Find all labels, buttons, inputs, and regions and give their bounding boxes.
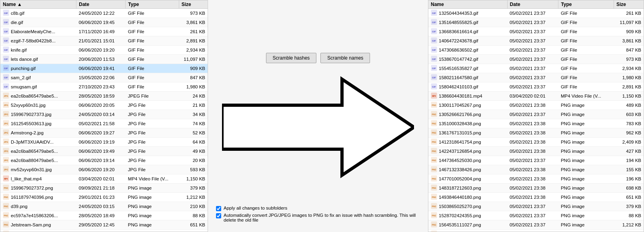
right-col-name[interactable]: Name <box>428 0 507 9</box>
table-row[interactable]: PNGkids-are-cruel-jack-...24/05/2020 03:… <box>0 230 208 232</box>
table-row[interactable]: PNG1599679027372.png09/09/2021 21:18PNG … <box>0 184 208 193</box>
table-row[interactable]: PNG1574374358414.png05/02/2021 23:38PNG … <box>428 230 644 232</box>
table-row[interactable]: PNG1477010052004.png05/02/2021 23:38PNG … <box>428 174 644 184</box>
jpg-icon: JPG <box>3 129 9 136</box>
gif-icon: GIF <box>431 10 437 17</box>
table-row[interactable]: GIF1406472243678.gif05/02/2021 23:37GIF … <box>428 36 644 46</box>
table-row[interactable]: GIFc8b.gif24/05/2020 12:22GIF File973 KB <box>0 9 208 18</box>
file-date: 05/02/2021 23:37 <box>507 211 558 220</box>
file-name: 1467132338426.png <box>439 167 481 172</box>
file-size: 1,212 KB <box>179 193 208 202</box>
table-row[interactable]: PNG1483187212603.png05/02/2021 23:38PNG … <box>428 184 644 193</box>
right-col-size[interactable]: Size <box>614 0 644 9</box>
table-row[interactable]: GIFElaborateMeatyChe...17/11/2020 16:49G… <box>0 27 208 36</box>
table-row[interactable]: PNG1528702424355.png05/02/2021 23:37PNG … <box>428 211 644 220</box>
table-row[interactable]: PNG1412318641754.png05/02/2021 23:38PNG … <box>428 138 644 147</box>
png-icon: PNG <box>431 120 437 127</box>
table-row[interactable]: GIF1554516535827.gif05/02/2021 23:37GIF … <box>428 64 644 73</box>
table-row[interactable]: GIFpunching.gif06/06/2020 19:41GIF File9… <box>0 64 208 73</box>
gif-icon: GIF <box>3 10 9 17</box>
table-row[interactable]: JPGArmstrong-2.jpg06/06/2020 19:27JPG Fi… <box>0 128 208 138</box>
table-row[interactable]: PNG1447364525030.png05/02/2021 23:37PNG … <box>428 156 644 165</box>
table-row[interactable]: JPG52xyvp60n31.jpg06/06/2020 20:05JPG Fi… <box>0 101 208 110</box>
file-type: PNG image <box>126 230 179 232</box>
scramble-hashes-button[interactable]: Scramble hashes <box>266 53 317 63</box>
left-col-name[interactable]: Name ▲ <box>0 0 76 9</box>
table-row[interactable]: GIF1351648555825.gif05/02/2021 23:37GIF … <box>428 18 644 27</box>
file-size: 593 KB <box>179 165 208 174</box>
file-size: 3,861 KB <box>179 18 208 27</box>
table-row[interactable]: PNG1422437126854.png05/02/2021 23:38PNG … <box>428 147 644 156</box>
file-type: PNG image <box>126 184 179 193</box>
left-col-date[interactable]: Date <box>76 0 126 9</box>
table-row[interactable]: MP41386604430181.mp403/04/2020 02:01MP4 … <box>428 92 644 101</box>
file-date: 05/02/2021 23:38 <box>507 174 558 184</box>
table-row[interactable]: GIFlets dance.gif20/06/2020 11:53GIF Fil… <box>0 55 208 64</box>
table-row[interactable]: GIFsam_2.gif15/05/2020 22:06GIF File847 … <box>0 73 208 82</box>
left-col-type[interactable]: Type <box>126 0 179 9</box>
option-convert-row: Automatically convert JPG/JPEG images to… <box>216 213 420 222</box>
file-date: 20/06/2020 11:53 <box>76 55 126 64</box>
file-name: ElaborateMeatyChe... <box>11 29 55 34</box>
file-date: 05/02/2021 23:38 <box>507 165 558 174</box>
file-date: 06/06/2020 20:05 <box>76 101 126 110</box>
right-col-date[interactable]: Date <box>507 0 558 9</box>
table-row[interactable]: GIF1473068636502.gif05/02/2021 23:37GIF … <box>428 46 644 55</box>
table-row[interactable]: GIF1580211647580.gif05/02/2021 23:37GIF … <box>428 73 644 82</box>
table-row[interactable]: JPGmv52xyvp60n31.jpg06/06/2020 19:20JPG … <box>0 165 208 174</box>
table-row[interactable]: JPGea2c6ba880479abe5...06/06/2020 19:14J… <box>0 156 208 165</box>
table-row[interactable]: JPG1612545503613.jpg05/02/2021 21:58JPG … <box>0 119 208 128</box>
file-date: 24/05/2020 03:15 <box>76 202 126 211</box>
file-name: 1612545503613.jpg <box>11 121 52 126</box>
table-row[interactable]: PNGJetstream-Sam.png29/05/2020 12:45PNG … <box>0 220 208 230</box>
table-row[interactable]: PNG1611879740396.png29/01/2021 01:23PNG … <box>0 193 208 202</box>
file-type: JPEG File <box>126 92 179 101</box>
table-row[interactable]: GIF1580462410103.gif05/02/2021 23:37GIF … <box>428 82 644 92</box>
left-col-size[interactable]: Size <box>179 0 208 9</box>
convert-checkbox[interactable] <box>216 213 221 218</box>
svg-text:PNG: PNG <box>432 150 436 152</box>
table-row[interactable]: GIF1366836616614.gif05/02/2021 23:37GIF … <box>428 27 644 36</box>
scramble-names-button[interactable]: Scramble names <box>320 53 370 63</box>
table-row[interactable]: PNG1305266621766.png05/02/2021 23:37PNG … <box>428 110 644 119</box>
table-row[interactable]: MP4l_like_that.mp403/04/2020 02:01MP4 Vi… <box>0 174 208 184</box>
file-date: 24/05/2020 03:15 <box>76 230 126 232</box>
file-type: JPG File <box>126 128 179 138</box>
subfolders-checkbox[interactable] <box>216 206 221 211</box>
file-name: ea2c6ba865479abe5... <box>11 94 58 98</box>
table-row[interactable]: GIFknife.gif06/06/2020 19:20GIF File2,93… <box>0 46 208 55</box>
table-row[interactable]: GIFdie.gif06/06/2020 19:45GIF File3,861 … <box>0 18 208 27</box>
svg-text:JPG: JPG <box>4 132 8 134</box>
table-row[interactable]: PNGd39.png24/05/2020 03:15PNG image210 K… <box>0 202 208 211</box>
file-type: GIF File <box>558 55 614 64</box>
file-date: 17/11/2020 16:49 <box>76 27 126 36</box>
file-type: PNG image <box>558 110 614 119</box>
file-type: PNG image <box>126 202 179 211</box>
table-row[interactable]: GIF1538670147742.gif05/02/2021 23:37GIF … <box>428 55 644 64</box>
file-name: 1300117045267.png <box>439 103 481 108</box>
table-row[interactable]: PNG1467132338426.png05/02/2021 23:38PNG … <box>428 165 644 174</box>
table-row[interactable]: GIFezgif-7-58bd0422b8...21/01/2021 15:01… <box>0 36 208 46</box>
file-date: 05/02/2021 23:38 <box>507 230 558 232</box>
table-row[interactable]: PNG1493846440180.png05/02/2021 23:38PNG … <box>428 193 644 202</box>
right-col-type[interactable]: Type <box>558 0 614 9</box>
table-row[interactable]: PNG1351000328438.png05/02/2021 23:38PNG … <box>428 119 644 128</box>
table-row[interactable]: GIF1325044344353.gif05/02/2021 23:37GIF … <box>428 9 644 18</box>
table-row[interactable]: PNG1300117045267.png05/02/2021 23:38PNG … <box>428 101 644 110</box>
table-row[interactable]: JPGD-3pMT3XUAAtDV...06/06/2020 19:19JPG … <box>0 138 208 147</box>
table-row[interactable]: GIFsmugsam.gif27/10/2020 23:43GIF File1,… <box>0 82 208 92</box>
right-file-panel: Name Date Type Size GIF1325044344353.gif… <box>428 0 644 232</box>
svg-text:JPG: JPG <box>4 113 8 116</box>
file-name: ec597a7e415863206... <box>11 213 58 218</box>
table-row[interactable]: JPGea2c6ba865479abe5...28/05/2020 18:59J… <box>0 92 208 101</box>
png-icon: PNG <box>431 102 437 109</box>
table-row[interactable]: PNG1503865025270.png05/02/2021 23:37PNG … <box>428 202 644 211</box>
svg-text:JPG: JPG <box>4 168 8 171</box>
table-row[interactable]: JPGea2c6ba865479abe5...06/06/2020 19:49J… <box>0 147 208 156</box>
file-type: PNG image <box>558 138 614 147</box>
svg-text:GIF: GIF <box>432 30 436 33</box>
table-row[interactable]: PNG1564535111027.png05/02/2021 23:37PNG … <box>428 220 644 230</box>
table-row[interactable]: PNGec597a7e415863206...28/05/2020 18:49P… <box>0 211 208 220</box>
table-row[interactable]: JPG1599679027373.jpg24/05/2020 03:14JPG … <box>0 110 208 119</box>
table-row[interactable]: PNG1361767131015.png05/02/2021 23:38PNG … <box>428 128 644 138</box>
